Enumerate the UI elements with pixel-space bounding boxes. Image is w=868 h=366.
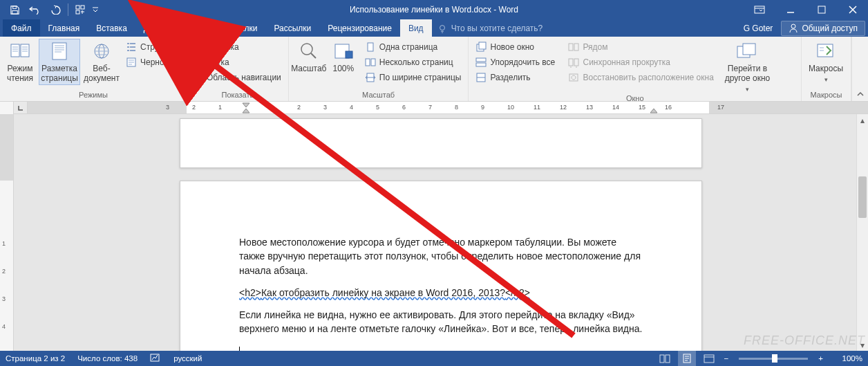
- ruler-tick: 9: [481, 104, 484, 111]
- zoom-label: Масштаб: [291, 64, 326, 74]
- zoom-button[interactable]: Масштаб: [293, 39, 325, 75]
- macros-button[interactable]: Макросы▾: [806, 39, 846, 84]
- arrange-icon: [475, 57, 487, 68]
- split-button[interactable]: Разделить: [473, 71, 563, 84]
- status-proofing-icon[interactable]: [150, 353, 161, 364]
- ribbon: Режим чтения Разметка страницы Веб-докум…: [0, 37, 868, 102]
- group-macros: Макросы▾ Макросы: [802, 37, 851, 101]
- macros-icon: [815, 40, 837, 62]
- print-layout-button[interactable]: Разметка страницы: [39, 39, 80, 85]
- scroll-down-button[interactable]: ▾: [857, 339, 868, 351]
- zoom-out-button[interactable]: −: [722, 354, 731, 363]
- tab-file[interactable]: Файл: [3, 19, 40, 37]
- status-wordcount[interactable]: Число слов: 438: [77, 354, 138, 363]
- multi-page-label: Несколько страниц: [379, 57, 453, 67]
- doc-heading-line[interactable]: <h2>Как отобразить линейку на экране в W…: [239, 286, 643, 300]
- scroll-up-button[interactable]: ▴: [857, 114, 868, 126]
- ruler-tick: 11: [534, 104, 540, 111]
- right-indent-icon[interactable]: [650, 107, 658, 113]
- svg-rect-33: [743, 44, 755, 55]
- close-button[interactable]: [837, 0, 868, 19]
- split-icon: [475, 72, 487, 83]
- tab-home[interactable]: Главная: [40, 19, 88, 37]
- status-language[interactable]: русский: [173, 354, 202, 363]
- ribbon-tabs: Файл Главная Вставка Дизайн Макет Ссылки…: [0, 19, 868, 37]
- zoom-100-button[interactable]: 100%: [328, 39, 359, 75]
- pages-scroll[interactable]: Новое местоположение курсора и будет отм…: [14, 114, 868, 351]
- window-controls: [744, 0, 868, 19]
- print-layout-icon: [48, 40, 70, 62]
- checkbox-icon: [194, 73, 203, 82]
- tab-review[interactable]: Рецензирование: [319, 19, 400, 37]
- gridlines-checkbox[interactable]: Сетка: [191, 55, 284, 69]
- maximize-button[interactable]: [806, 0, 837, 19]
- tab-references[interactable]: Ссылки: [220, 19, 265, 37]
- zoom-slider[interactable]: [739, 358, 808, 360]
- tab-design[interactable]: Дизайн: [135, 19, 180, 37]
- ruler-tick: 3: [323, 104, 327, 111]
- tab-layout[interactable]: Макет: [180, 19, 220, 37]
- web-layout-button[interactable]: Веб-документ: [83, 39, 120, 85]
- first-line-indent-icon[interactable]: [242, 102, 250, 113]
- gridlines-label: Сетка: [207, 57, 229, 67]
- tab-selector[interactable]: [14, 102, 28, 113]
- read-mode-icon: [9, 40, 31, 62]
- arrange-all-button[interactable]: Упорядочить все: [473, 55, 563, 69]
- multi-page-button[interactable]: Несколько страниц: [362, 55, 464, 69]
- document-area: 3211234567891011121314151617 Новое место…: [14, 102, 868, 351]
- svg-rect-23: [479, 42, 486, 49]
- read-mode-button[interactable]: Режим чтения: [4, 39, 36, 85]
- status-web-layout[interactable]: [700, 351, 718, 366]
- svg-rect-3: [81, 6, 84, 9]
- horizontal-ruler[interactable]: 3211234567891011121314151617: [28, 102, 868, 113]
- page-2[interactable]: Новое местоположение курсора и будет отм…: [180, 181, 702, 351]
- navpane-checkbox[interactable]: Область навигации: [191, 71, 284, 84]
- svg-rect-10: [21, 44, 29, 57]
- new-window-icon: [475, 42, 487, 53]
- tab-insert[interactable]: Вставка: [88, 19, 135, 37]
- outline-icon: [126, 42, 137, 53]
- zoom-in-button[interactable]: +: [816, 354, 825, 363]
- one-page-icon: [365, 42, 376, 53]
- outline-button[interactable]: Структура: [123, 40, 182, 54]
- svg-rect-25: [476, 63, 486, 66]
- undo-button[interactable]: [25, 0, 46, 19]
- doc-paragraph-1[interactable]: Новое местоположение курсора и будет отм…: [239, 235, 643, 277]
- web-layout-label: Веб-документ: [84, 64, 120, 84]
- zoom-slider-knob[interactable]: [772, 354, 777, 363]
- ruler-tick: 13: [586, 104, 593, 111]
- redo-button[interactable]: [46, 0, 66, 19]
- side-by-side-icon: [568, 42, 579, 53]
- tab-view[interactable]: Вид: [400, 19, 432, 37]
- account-name[interactable]: G Goter: [738, 24, 779, 33]
- zoom-level[interactable]: 100%: [829, 354, 862, 363]
- save-button[interactable]: [4, 0, 25, 19]
- touch-mode-button[interactable]: [70, 0, 91, 19]
- collapse-ribbon-button[interactable]: [851, 37, 868, 101]
- tab-mailings[interactable]: Рассылки: [265, 19, 319, 37]
- vertical-scrollbar[interactable]: ▴ ▾: [856, 114, 868, 351]
- minimize-button[interactable]: [775, 0, 806, 19]
- ribbon-options-button[interactable]: [744, 0, 775, 19]
- status-page[interactable]: Страница 2 из 2: [6, 354, 65, 363]
- status-read-mode[interactable]: [656, 351, 674, 366]
- ruler-tick: 3: [166, 104, 169, 111]
- outline-label: Структура: [140, 42, 180, 52]
- tell-me-search[interactable]: Что вы хотите сделать?: [437, 19, 543, 37]
- qat-customize-button[interactable]: [91, 0, 100, 19]
- switch-windows-label: Перейти в другое окно: [721, 64, 773, 84]
- svg-rect-4: [76, 10, 79, 14]
- page-width-button[interactable]: По ширине страницы: [362, 71, 464, 84]
- draft-button[interactable]: Черновик: [123, 55, 182, 69]
- scroll-thumb[interactable]: [858, 176, 867, 218]
- share-button[interactable]: Общий доступ: [781, 21, 865, 36]
- ruler-checkbox[interactable]: Линейка: [191, 40, 284, 54]
- doc-caret-line[interactable]: [239, 345, 643, 351]
- svg-rect-17: [346, 51, 352, 58]
- new-window-button[interactable]: Новое окно: [473, 40, 563, 54]
- status-print-layout[interactable]: [678, 351, 696, 366]
- doc-paragraph-2[interactable]: Если линейка не видна, нужно ее активиро…: [239, 308, 643, 336]
- one-page-button[interactable]: Одна страница: [362, 40, 464, 54]
- switch-windows-button[interactable]: Перейти в другое окно▾: [720, 39, 774, 94]
- vertical-ruler[interactable]: 1 2 3 4: [0, 102, 14, 351]
